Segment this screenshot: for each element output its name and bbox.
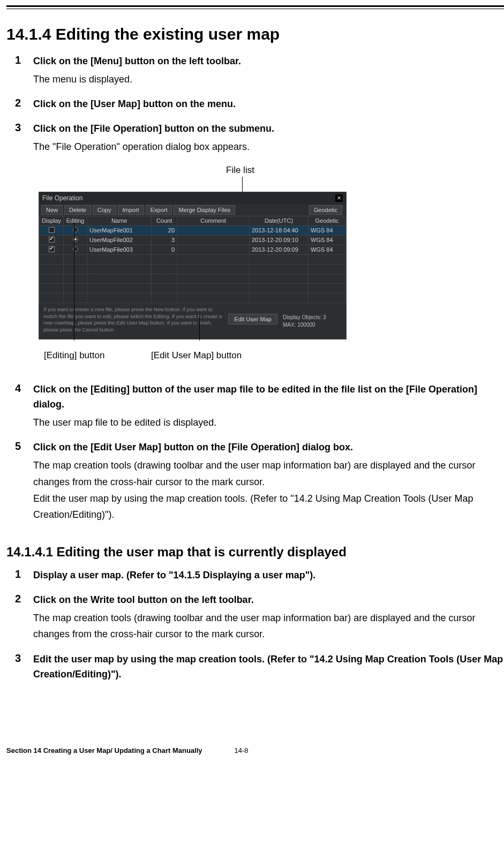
comment-cell (177, 245, 250, 254)
step-item: 5 Click on the [Edit User Map] button on… (15, 440, 504, 523)
step-item: 4 Click on the [Editing] button of the u… (15, 382, 504, 431)
footer-section-label: Section 14 Creating a User Map/ Updating… (6, 746, 202, 754)
section-heading: 14.1.4 Editing the existing user map (6, 25, 504, 43)
dialog-footer: If you want to create a new file, please… (39, 303, 346, 339)
file-operation-dialog-figure: File Operation × New Delete Copy Import … (39, 192, 347, 339)
dialog-help-text: If you want to create a new file, please… (43, 306, 223, 334)
comment-cell (177, 225, 250, 235)
table-row-empty (40, 254, 346, 264)
step-number: 1 (15, 568, 21, 580)
subsection-heading: 14.1.4.1 Editing the user map that is cu… (6, 545, 504, 560)
editing-radio-cell[interactable] (64, 225, 87, 235)
step-body: The map creation tools (drawing toolbar … (33, 457, 504, 523)
callout-leader-line (74, 223, 74, 341)
table-header-row: Display Editing Name Count Comment Date(… (40, 216, 346, 225)
step-item: 1 Click on the [Menu] button on the left… (15, 54, 504, 87)
table-row-empty (40, 274, 346, 283)
dialog-stats: Display Objects: 3 MAX: 100000 (283, 314, 342, 329)
delete-button[interactable]: Delete (64, 205, 91, 215)
step-title: Display a user map. (Refer to "14.1.5 Di… (33, 568, 504, 583)
date-cell: 2013-12-20 09:09 (250, 245, 309, 254)
table-row[interactable]: UserMapFile001 20 2013-12-18 04:40 WGS 8… (40, 225, 346, 235)
dialog-toolbar: New Delete Copy Import Export Merge Disp… (39, 204, 346, 216)
step-item: 1 Display a user map. (Refer to "14.1.5 … (15, 568, 504, 583)
steps-list-c: 1 Display a user map. (Refer to "14.1.5 … (15, 568, 504, 682)
count-cell: 0 (152, 245, 177, 254)
step-number: 1 (15, 54, 21, 66)
name-cell: UserMapFile002 (87, 235, 152, 245)
merge-display-files-button[interactable]: Merge Display Files (174, 205, 235, 215)
geodetic-cell: WGS 84 (309, 235, 346, 245)
step-item: 3 Edit the user map by using the map cre… (15, 652, 504, 682)
col-count: Count (152, 216, 177, 225)
date-cell: 2013-12-20 09:10 (250, 235, 309, 245)
edit-user-map-button[interactable]: Edit User Map (228, 314, 277, 324)
dialog-title-text: File Operation (42, 194, 82, 202)
step-title: Click on the [File Operation] button on … (33, 122, 504, 137)
step-title: Click on the Write tool button on the le… (33, 593, 504, 608)
step-title: Click on the [Editing] button of the use… (33, 382, 504, 412)
name-cell: UserMapFile001 (87, 225, 152, 235)
file-list-table: Display Editing Name Count Comment Date(… (39, 216, 346, 303)
step-number: 3 (15, 122, 21, 134)
close-icon[interactable]: × (335, 194, 343, 202)
display-checkbox-cell[interactable] (40, 245, 64, 254)
callout-area-top: File list (6, 165, 504, 192)
new-button[interactable]: New (41, 205, 63, 215)
step-number: 4 (15, 382, 21, 395)
step-body: The "File Operation" operation dialog bo… (33, 139, 504, 155)
col-date: Date(UTC) (250, 216, 309, 225)
step-body: The user map file to be edited is displa… (33, 414, 504, 431)
checkbox-icon[interactable] (49, 227, 55, 233)
checkbox-icon[interactable] (49, 237, 55, 243)
step-title: Click on the [User Map] button on the me… (33, 97, 504, 112)
geodetic-cell: WGS 84 (309, 225, 346, 235)
step-title: Click on the [Edit User Map] button on t… (33, 440, 504, 455)
table-row[interactable]: UserMapFile003 0 2013-12-20 09:09 WGS 84 (40, 245, 346, 254)
document-page: 14.1.4 Editing the existing user map 1 C… (0, 0, 504, 787)
table-row[interactable]: UserMapFile002 3 2013-12-20 09:10 WGS 84 (40, 235, 346, 245)
file-operation-dialog: File Operation × New Delete Copy Import … (39, 192, 347, 339)
display-objects-count: Display Objects: 3 (283, 314, 342, 321)
display-checkbox-cell[interactable] (40, 235, 64, 245)
page-top-rule (6, 5, 504, 9)
step-body: The menu is displayed. (33, 71, 504, 88)
callout-edit-user-map-button: [Edit User Map] button (151, 350, 242, 361)
callout-leader-line (199, 316, 200, 341)
copy-button[interactable]: Copy (93, 205, 116, 215)
step-item: 2 Click on the Write tool button on the … (15, 593, 504, 643)
max-objects: MAX: 100000 (283, 321, 342, 329)
editing-radio-cell[interactable] (64, 245, 87, 254)
step-item: 3 Click on the [File Operation] button o… (15, 122, 504, 155)
step-title: Edit the user map by using the map creat… (33, 652, 504, 682)
step-item: 2 Click on the [User Map] button on the … (15, 97, 504, 112)
date-cell: 2013-12-18 04:40 (250, 225, 309, 235)
step-number: 3 (15, 652, 21, 665)
editing-radio-cell[interactable] (64, 235, 87, 245)
callout-leader-line (242, 177, 243, 192)
step-body: The map creation tools (drawing toolbar … (33, 610, 504, 643)
name-cell: UserMapFile003 (87, 245, 152, 254)
callout-editing-button: [Editing] button (44, 350, 104, 361)
geodetic-button[interactable]: Geodetic (309, 205, 342, 215)
page-footer: Section 14 Creating a User Map/ Updating… (6, 746, 504, 754)
table-row-empty (40, 283, 346, 293)
callout-area-bottom: [Editing] button [Edit User Map] button (6, 342, 504, 363)
step-number: 2 (15, 593, 21, 605)
dialog-titlebar: File Operation × (39, 192, 346, 204)
checkbox-icon[interactable] (49, 246, 55, 252)
geodetic-cell: WGS 84 (309, 245, 346, 254)
col-editing: Editing (64, 216, 87, 225)
comment-cell (177, 235, 250, 245)
step-number: 5 (15, 440, 21, 452)
col-comment: Comment (177, 216, 250, 225)
col-display: Display (40, 216, 64, 225)
table-row-empty (40, 293, 346, 303)
display-checkbox-cell[interactable] (40, 225, 64, 235)
import-button[interactable]: Import (118, 205, 144, 215)
export-button[interactable]: Export (146, 205, 172, 215)
steps-list-a: 1 Click on the [Menu] button on the left… (15, 54, 504, 155)
count-cell: 20 (152, 225, 177, 235)
callout-file-list: File list (226, 165, 254, 176)
col-geodetic: Geodetic (309, 216, 346, 225)
